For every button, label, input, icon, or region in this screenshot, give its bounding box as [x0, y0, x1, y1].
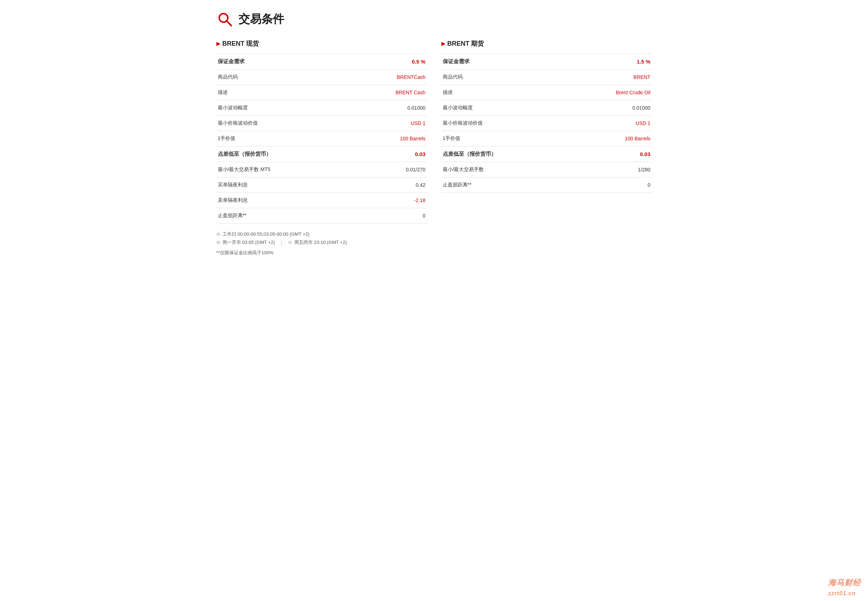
row-value: 0.42: [343, 177, 427, 193]
page-title: 交易条件: [239, 11, 284, 27]
table-row: 买单隔夜利息0.42: [216, 177, 427, 193]
table-row: 最小波动幅度0.01000: [216, 100, 427, 116]
left-footer-close: 周五闭市 23:10 (GMT +2): [294, 238, 347, 246]
row-label: 止盈损距离**: [441, 177, 568, 193]
row-label: 止盈损距离**: [216, 208, 343, 224]
clock-icon-1: ⊙: [216, 230, 220, 238]
left-section-arrow: ▶: [216, 41, 220, 46]
two-col-layout: ▶ BRENT 现货 保证金需求0.5 %商品代码BRENTCash描述BREN…: [216, 39, 652, 247]
left-section-title: ▶ BRENT 现货: [216, 39, 427, 48]
row-value: 0: [343, 208, 427, 224]
table-row: 描述Brent Crude Oil: [441, 85, 652, 100]
row-label: 最小/最大交易手数: [441, 162, 568, 177]
table-row: 最小价格波动价值USD 1: [441, 116, 652, 131]
table-row: 保证金需求1.5 %: [441, 54, 652, 70]
row-label: 最小/最大交易手数 MT5: [216, 162, 343, 177]
row-value: Brent Crude Oil: [568, 85, 652, 100]
left-footer-open: 周一开市 03:05 (GMT +2): [222, 238, 275, 246]
row-label: 点差低至（报价货币）: [216, 146, 343, 162]
table-row: 最小/最大交易手数 MT50.01/270: [216, 162, 427, 177]
row-value: 0.03: [343, 146, 427, 162]
row-label: 1手价值: [441, 131, 568, 146]
table-row: 卖单隔夜利息-2.18: [216, 193, 427, 208]
row-label: 描述: [216, 85, 343, 100]
row-value: 0.01/270: [343, 162, 427, 177]
clock-icon-2: ⊙: [216, 238, 220, 246]
table-row: 描述BRENT Cash: [216, 85, 427, 100]
row-value: BRENT: [568, 70, 652, 85]
left-section: ▶ BRENT 现货 保证金需求0.5 %商品代码BRENTCash描述BREN…: [216, 39, 427, 247]
row-label: 买单隔夜利息: [216, 177, 343, 193]
right-section-title: ▶ BRENT 期货: [441, 39, 652, 48]
footnote: **仅限保证金比例高于100%: [216, 250, 652, 256]
row-label: 保证金需求: [216, 54, 343, 70]
row-label: 最小波动幅度: [441, 100, 568, 116]
search-icon: [216, 11, 233, 28]
table-row: 1手价值100 Barrels: [216, 131, 427, 146]
table-row: 点差低至（报价货币）0.03: [441, 146, 652, 162]
row-value: -2.18: [343, 193, 427, 208]
left-footer-line2: ⊙ 周一开市 03:05 (GMT +2) ｜ ⊙ 周五闭市 23:10 (GM…: [216, 238, 427, 246]
row-value: 0.01000: [343, 100, 427, 116]
table-row: 点差低至（报价货币）0.03: [216, 146, 427, 162]
table-row: 最小价格波动价值USD 1: [216, 116, 427, 131]
row-value: 0.5 %: [343, 54, 427, 70]
table-row: 最小/最大交易手数1/280: [441, 162, 652, 177]
row-label: 最小波动幅度: [216, 100, 343, 116]
left-data-table: 保证金需求0.5 %商品代码BRENTCash描述BRENT Cash最小波动幅…: [216, 53, 427, 224]
left-footer-line1-text: 工作日 00:00-00:55,03:05-00:00 (GMT +2): [222, 230, 309, 238]
table-row: 止盈损距离**0: [216, 208, 427, 224]
page-wrapper: 交易条件 ▶ BRENT 现货 保证金需求0.5 %商品代码BRENTCash描…: [202, 0, 666, 601]
svg-line-1: [227, 21, 231, 26]
row-value: BRENTCash: [343, 70, 427, 85]
clock-icon-3: ⊙: [288, 238, 292, 246]
table-row: 保证金需求0.5 %: [216, 54, 427, 70]
row-label: 点差低至（报价货币）: [441, 146, 568, 162]
row-value: 100 Barrels: [343, 131, 427, 146]
row-value: 0: [568, 177, 652, 193]
row-label: 描述: [441, 85, 568, 100]
left-footer: ⊙ 工作日 00:00-00:55,03:05-00:00 (GMT +2) ⊙…: [216, 230, 427, 247]
row-label: 最小价格波动价值: [441, 116, 568, 131]
table-row: 最小波动幅度0.01000: [441, 100, 652, 116]
watermark-part2: zzrt01.cn: [828, 590, 856, 596]
row-value: USD 1: [568, 116, 652, 131]
pipe-divider: ｜: [279, 238, 284, 246]
row-value: 100 Barrels: [568, 131, 652, 146]
row-value: 0.01000: [568, 100, 652, 116]
table-row: 商品代码BRENTCash: [216, 70, 427, 85]
right-section-label: BRENT 期货: [448, 39, 484, 48]
row-label: 商品代码: [216, 70, 343, 85]
row-value: 1.5 %: [568, 54, 652, 70]
page-header: 交易条件: [216, 11, 652, 28]
row-value: 1/280: [568, 162, 652, 177]
row-label: 商品代码: [441, 70, 568, 85]
right-section-arrow: ▶: [441, 41, 445, 46]
table-row: 商品代码BRENT: [441, 70, 652, 85]
table-row: 1手价值100 Barrels: [441, 131, 652, 146]
watermark: 海马财经 zzrt01.cn: [828, 577, 861, 598]
row-label: 1手价值: [216, 131, 343, 146]
right-section: ▶ BRENT 期货 保证金需求1.5 %商品代码BRENT描述Brent Cr…: [441, 39, 652, 247]
watermark-part1: 海马财经: [828, 578, 861, 587]
left-section-label: BRENT 现货: [222, 39, 259, 48]
row-label: 保证金需求: [441, 54, 568, 70]
row-value: USD 1: [343, 116, 427, 131]
row-value: 0.03: [568, 146, 652, 162]
table-row: 止盈损距离**0: [441, 177, 652, 193]
row-label: 最小价格波动价值: [216, 116, 343, 131]
left-footer-line1: ⊙ 工作日 00:00-00:55,03:05-00:00 (GMT +2): [216, 230, 427, 238]
right-data-table: 保证金需求1.5 %商品代码BRENT描述Brent Crude Oil最小波动…: [441, 53, 652, 193]
row-label: 卖单隔夜利息: [216, 193, 343, 208]
row-value: BRENT Cash: [343, 85, 427, 100]
